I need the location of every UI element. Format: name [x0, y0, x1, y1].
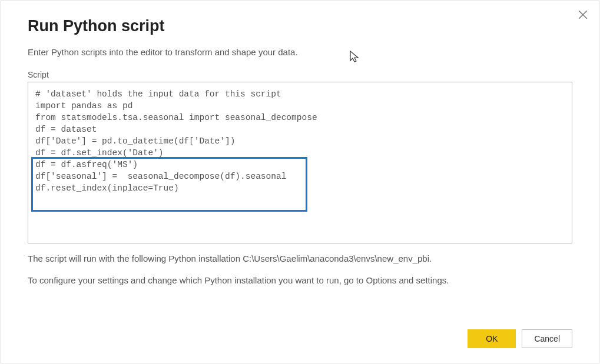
run-python-script-dialog: Run Python script Enter Python scripts i… [0, 0, 600, 364]
mouse-cursor-icon [349, 50, 361, 64]
ok-button[interactable]: OK [468, 329, 516, 348]
close-icon [578, 9, 588, 20]
dialog-buttons: OK Cancel [468, 329, 572, 348]
dialog-content: Run Python script Enter Python scripts i… [1, 1, 599, 288]
dialog-subtitle: Enter Python scripts into the editor to … [28, 47, 572, 57]
close-button[interactable] [575, 6, 591, 23]
cancel-button[interactable]: Cancel [522, 329, 572, 348]
subtitle-text: Enter Python scripts into the editor to … [28, 47, 298, 57]
dialog-title: Run Python script [28, 17, 572, 35]
script-textarea[interactable]: # 'dataset' holds the input data for thi… [28, 82, 572, 243]
install-path-info: The script will run with the following P… [28, 252, 572, 265]
configure-info: To configure your settings and change wh… [28, 273, 572, 287]
script-label: Script [28, 70, 572, 79]
